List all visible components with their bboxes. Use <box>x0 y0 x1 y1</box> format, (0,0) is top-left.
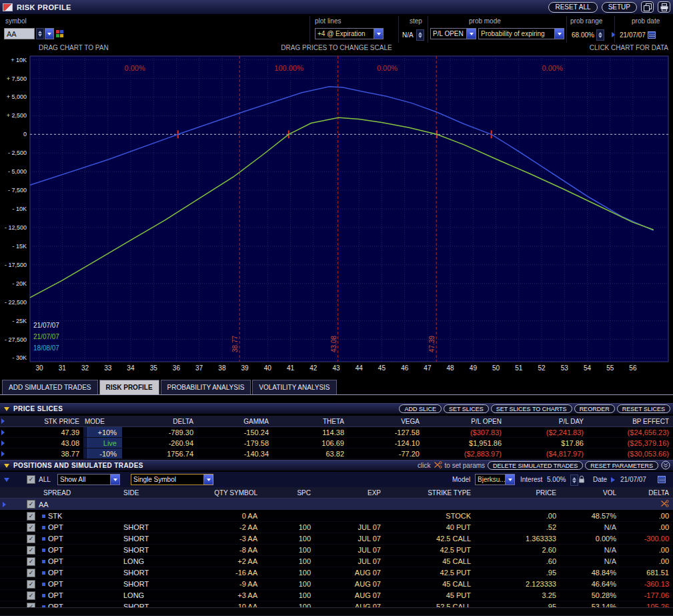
position-strike: 42.5 CALL <box>385 533 475 544</box>
row-checkbox[interactable] <box>27 546 35 555</box>
set-slices-button[interactable]: SET SLICES <box>444 404 489 413</box>
row-checkbox[interactable] <box>27 569 35 577</box>
tab-probability-analysis[interactable]: PROBABILITY ANALYSIS <box>161 380 251 394</box>
row-checkbox[interactable] <box>27 512 35 521</box>
position-price: .52 <box>475 522 560 533</box>
position-row[interactable]: OPTSHORT-16 AA100AUG 0742.5 PUT.9548.84%… <box>0 567 673 579</box>
pl-open-select[interactable]: P/L OPEN <box>430 28 476 39</box>
detach-window-icon[interactable] <box>641 1 654 13</box>
calendar-icon[interactable] <box>658 475 666 485</box>
position-delta: 681.51 <box>620 567 673 578</box>
prob-mode-value: Probability of expiring <box>479 30 554 37</box>
position-row[interactable]: OPTSHORT-9 AA100AUG 0745 CALL2.12333346.… <box>0 579 673 590</box>
position-row[interactable]: OPTSHORT-3 AA100JUL 0742.5 CALL1.3633330… <box>0 533 673 545</box>
position-row[interactable]: OPTLONG+2 AA100JUL 0745 CALL.60N/A.00 <box>0 556 673 567</box>
options-menu-icon[interactable] <box>4 478 9 482</box>
row-checkbox[interactable] <box>27 557 35 566</box>
chevron-down-icon <box>110 475 119 485</box>
symbol-group-row[interactable]: AA <box>0 499 673 511</box>
print-icon[interactable] <box>658 1 670 13</box>
slices-column-mode[interactable]: MODE <box>83 416 122 426</box>
horizontal-scrollbar[interactable] <box>0 607 673 616</box>
reset-all-button[interactable]: RESET ALL <box>548 2 597 13</box>
position-row[interactable]: OPTSHORT-8 AA100JUL 0742.5 PUT2.60N/A.00 <box>0 545 673 556</box>
prob-range-spinner[interactable] <box>596 29 604 41</box>
row-checkbox[interactable] <box>27 591 35 600</box>
set-slices-to-charts-button[interactable]: SET SLICES TO CHARTS <box>491 404 572 413</box>
positions-column-spread[interactable]: SPREAD <box>37 487 107 498</box>
chevron-down-icon <box>554 29 564 39</box>
date-value[interactable]: 21/07/07 <box>620 476 646 483</box>
positions-column-qty-symbol[interactable]: QTY SYMBOL <box>180 487 261 498</box>
position-spc: 100 <box>261 522 315 533</box>
price-slice-row[interactable]: 47.39+10%-789.30-150.24114.38-127.58($30… <box>0 427 673 438</box>
positions-column-side[interactable]: SIDE <box>107 487 180 498</box>
prob-mode-select[interactable]: Probability of expiring <box>478 28 564 39</box>
step-spinner[interactable] <box>416 29 424 41</box>
price-slice-row[interactable]: 43.08Live-260.94-179.58106.69-124.10$1,9… <box>0 438 673 448</box>
reorder-button[interactable]: REORDER <box>574 404 615 413</box>
risk-profile-chart[interactable]: 3031323334353637383940414243444546474849… <box>0 53 673 374</box>
prob-date-value[interactable]: 21/07/07 <box>620 31 646 39</box>
slices-column-bp-effect[interactable]: BP EFFECT <box>588 416 673 426</box>
symbol-palette-icon[interactable] <box>56 30 63 37</box>
group-checkbox[interactable] <box>27 500 35 509</box>
prob-date-label: prob date <box>632 17 660 25</box>
position-row[interactable]: STK0 AASTOCK.0048.57%.00 <box>0 511 673 522</box>
plot-lines-select[interactable]: +4 @ Expiration <box>315 28 384 39</box>
calendar-icon[interactable] <box>648 31 656 40</box>
plot-lines-label: plot lines <box>315 17 341 25</box>
add-slice-button[interactable]: ADD SLICE <box>399 404 442 413</box>
reset-slices-button[interactable]: RESET SLICES <box>617 404 670 413</box>
interest-value[interactable]: 5.00% <box>547 476 566 483</box>
collapse-section-icon[interactable] <box>4 464 9 468</box>
lock-icon[interactable] <box>578 475 585 485</box>
tab-add-simulated-trades[interactable]: ADD SIMULATED TRADES <box>2 380 98 394</box>
symbol-input[interactable]: AA <box>4 28 35 39</box>
symbol-spinner[interactable] <box>36 28 44 39</box>
row-checkbox[interactable] <box>27 523 35 532</box>
prob-date-arrow-icon[interactable] <box>612 32 616 37</box>
scope-select[interactable]: Single Symbol <box>131 474 213 485</box>
svg-text:43.08: 43.08 <box>330 336 338 352</box>
interest-spinner[interactable] <box>570 475 578 486</box>
slices-column-p-l-open[interactable]: P/L OPEN <box>424 416 506 426</box>
positions-column-price[interactable]: PRICE <box>475 487 560 498</box>
svg-text:21/07/07: 21/07/07 <box>33 333 59 340</box>
row-checkbox[interactable] <box>27 580 35 589</box>
prob-range-value[interactable]: 68.00% <box>572 31 594 39</box>
slices-column-stk-price[interactable]: STK PRICE <box>8 416 83 426</box>
group-marker-icon <box>3 502 6 507</box>
tab-risk-profile[interactable]: RISK PROFILE <box>99 380 159 394</box>
date-arrow-icon[interactable] <box>611 477 615 483</box>
slices-column-p-l-day[interactable]: P/L DAY <box>506 416 588 426</box>
scissors-icon[interactable] <box>660 500 669 509</box>
price-slice-row[interactable]: 38.77-10%1756.74-140.3463.82-77.20($2,88… <box>0 448 673 459</box>
model-select[interactable]: Bjerksu... <box>475 474 515 485</box>
collapse-all-icon[interactable] <box>661 460 670 471</box>
slices-column-delta[interactable]: DELTA <box>122 416 197 426</box>
positions-column-exp[interactable]: EXP <box>315 487 385 498</box>
setup-button[interactable]: SETUP <box>602 2 637 13</box>
row-checkbox[interactable] <box>27 535 35 543</box>
positions-column-spc[interactable]: SPC <box>261 487 315 498</box>
tab-volatility-analysis[interactable]: VOLATILITY ANALYSIS <box>252 380 336 394</box>
collapse-section-icon[interactable] <box>4 407 9 411</box>
position-qty: +3 AA <box>180 590 261 601</box>
delete-simulated-trades-button[interactable]: DELETE SIMULATED TRADES <box>488 461 583 470</box>
slices-column-theta[interactable]: THETA <box>273 416 348 426</box>
filter-select[interactable]: Show All <box>57 474 120 485</box>
positions-column-vol[interactable]: VOL <box>560 487 620 498</box>
position-row[interactable]: OPTSHORT-2 AA100JUL 0740 PUT.52N/A.00 <box>0 522 673 533</box>
symbol-dropdown-button[interactable] <box>45 28 54 39</box>
position-row[interactable]: OPTLONG+3 AA100AUG 0745 PUT3.2550.28%-17… <box>0 590 673 601</box>
positions-column-delta[interactable]: DELTA <box>620 487 673 498</box>
slices-column-gamma[interactable]: GAMMA <box>197 416 273 426</box>
reset-parameters-button[interactable]: RESET PARAMETERS <box>585 461 658 470</box>
hint-set-params: to set params <box>445 462 486 469</box>
slices-column-vega[interactable]: VEGA <box>348 416 424 426</box>
all-checkbox[interactable] <box>27 475 35 484</box>
position-spread: OPT <box>37 567 107 578</box>
symbol-label: symbol <box>5 17 27 25</box>
positions-column-strike-type[interactable]: STRIKE TYPE <box>385 487 475 498</box>
